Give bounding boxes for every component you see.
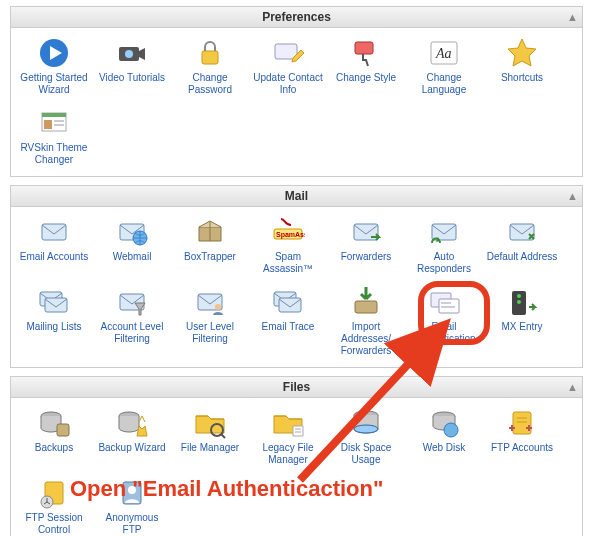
panel-header-preferences[interactable]: Preferences▲	[11, 7, 582, 28]
camera-icon	[115, 36, 149, 70]
item-webmail[interactable]: Webmail	[96, 215, 168, 275]
item-legacy-file-manager[interactable]: Legacy File Manager	[252, 406, 324, 466]
item-change-language[interactable]: AaChange Language	[408, 36, 480, 96]
item-change-password[interactable]: Change Password	[174, 36, 246, 96]
envelopes-icon	[37, 285, 71, 319]
panel-body-preferences: Getting Started WizardVideo TutorialsCha…	[11, 28, 582, 176]
item-mx-entry[interactable]: MX Entry	[486, 285, 558, 357]
item-label: Forwarders	[330, 251, 402, 263]
ftp-icon	[505, 406, 539, 440]
panel-title: Preferences	[262, 10, 331, 24]
panel-header-files[interactable]: Files▲	[11, 377, 582, 398]
svg-rect-31	[441, 302, 451, 304]
panel-mail: Mail▲Email AccountsWebmailBoxTrapperSpam…	[10, 185, 583, 368]
item-label: Update Contact Info	[252, 72, 324, 96]
collapse-icon[interactable]: ▲	[567, 377, 578, 397]
svg-rect-13	[42, 224, 66, 240]
item-import-addresses-forwarders[interactable]: Import Addresses/ Forwarders	[330, 285, 402, 357]
panel-header-mail[interactable]: Mail▲	[11, 186, 582, 207]
item-video-tutorials[interactable]: Video Tutorials	[96, 36, 168, 96]
item-label: Video Tutorials	[96, 72, 168, 84]
item-label: Web Disk	[408, 442, 480, 454]
panel-body-files: BackupsBackup WizardFile ManagerLegacy F…	[11, 398, 582, 536]
item-label: Auto Responders	[408, 251, 480, 275]
filter-user-icon	[193, 285, 227, 319]
item-spam-assassin[interactable]: SpamAssassinSpam Assassin™	[252, 215, 324, 275]
item-label: Anonymous FTP	[96, 512, 168, 536]
collapse-icon[interactable]: ▲	[567, 7, 578, 27]
item-email-authentication[interactable]: Email Authentication	[408, 285, 480, 357]
auto-icon	[427, 215, 461, 249]
lock-icon	[193, 36, 227, 70]
svg-rect-12	[54, 124, 64, 126]
item-label: Account Level Filtering	[96, 321, 168, 345]
item-label: Import Addresses/ Forwarders	[330, 321, 402, 357]
item-ftp-accounts[interactable]: FTP Accounts	[486, 406, 558, 466]
svg-point-35	[517, 300, 521, 304]
svg-rect-32	[441, 306, 455, 308]
item-rvskin-theme-changer[interactable]: RVSkin Theme Changer	[18, 106, 90, 166]
paint-icon	[349, 36, 383, 70]
item-backup-wizard[interactable]: Backup Wizard	[96, 406, 168, 466]
item-email-trace[interactable]: Email Trace	[252, 285, 324, 357]
item-label: Mailing Lists	[18, 321, 90, 333]
item-mailing-lists[interactable]: Mailing Lists	[18, 285, 90, 357]
ftp-anon-icon	[115, 476, 149, 510]
panel-body-mail: Email AccountsWebmailBoxTrapperSpamAssas…	[11, 207, 582, 367]
collapse-icon[interactable]: ▲	[567, 186, 578, 206]
item-update-contact-info[interactable]: Update Contact Info	[252, 36, 324, 96]
boxtrap-icon	[193, 215, 227, 249]
item-label: Shortcuts	[486, 72, 558, 84]
item-disk-space-usage[interactable]: Disk Space Usage	[330, 406, 402, 466]
item-auto-responders[interactable]: Auto Responders	[408, 215, 480, 275]
forward-icon	[349, 215, 383, 249]
card-pencil-icon	[271, 36, 305, 70]
item-label: Webmail	[96, 251, 168, 263]
item-anonymous-ftp[interactable]: Anonymous FTP	[96, 476, 168, 536]
item-label: BoxTrapper	[174, 251, 246, 263]
svg-point-2	[125, 50, 133, 58]
item-file-manager[interactable]: File Manager	[174, 406, 246, 466]
star-icon	[505, 36, 539, 70]
item-account-level-filtering[interactable]: Account Level Filtering	[96, 285, 168, 357]
item-label: Change Password	[174, 72, 246, 96]
filter-acct-icon	[115, 285, 149, 319]
item-email-accounts[interactable]: Email Accounts	[18, 215, 90, 275]
envelope-icon	[37, 215, 71, 249]
svg-rect-11	[54, 120, 64, 122]
panel-title: Files	[283, 380, 310, 394]
folder-old-icon	[271, 406, 305, 440]
item-label: Email Authentication	[408, 321, 480, 345]
svg-rect-9	[42, 113, 66, 117]
language-icon: Aa	[427, 36, 461, 70]
item-forwarders[interactable]: Forwarders	[330, 215, 402, 275]
svg-text:SpamAssassin: SpamAssassin	[276, 231, 305, 239]
item-boxtrapper[interactable]: BoxTrapper	[174, 215, 246, 275]
backup-wiz-icon	[115, 406, 149, 440]
play-icon	[37, 36, 71, 70]
envelope-globe-icon	[115, 215, 149, 249]
item-change-style[interactable]: Change Style	[330, 36, 402, 96]
disk-icon	[349, 406, 383, 440]
mx-icon	[505, 285, 539, 319]
item-label: Disk Space Usage	[330, 442, 402, 466]
item-backups[interactable]: Backups	[18, 406, 90, 466]
default-addr-icon	[505, 215, 539, 249]
svg-rect-3	[202, 51, 218, 64]
item-label: User Level Filtering	[174, 321, 246, 345]
backup-icon	[37, 406, 71, 440]
panel-preferences: Preferences▲Getting Started WizardVideo …	[10, 6, 583, 177]
item-shortcuts[interactable]: Shortcuts	[486, 36, 558, 96]
item-label: Change Style	[330, 72, 402, 84]
svg-rect-27	[279, 298, 301, 312]
item-web-disk[interactable]: Web Disk	[408, 406, 480, 466]
svg-point-34	[517, 294, 521, 298]
item-label: Email Trace	[252, 321, 324, 333]
import-icon	[349, 285, 383, 319]
item-getting-started-wizard[interactable]: Getting Started Wizard	[18, 36, 90, 96]
svg-point-48	[128, 486, 136, 494]
item-ftp-session-control[interactable]: FTP Session Control	[18, 476, 90, 536]
item-user-level-filtering[interactable]: User Level Filtering	[174, 285, 246, 357]
item-default-address[interactable]: Default Address	[486, 215, 558, 275]
envelopes-icon	[271, 285, 305, 319]
